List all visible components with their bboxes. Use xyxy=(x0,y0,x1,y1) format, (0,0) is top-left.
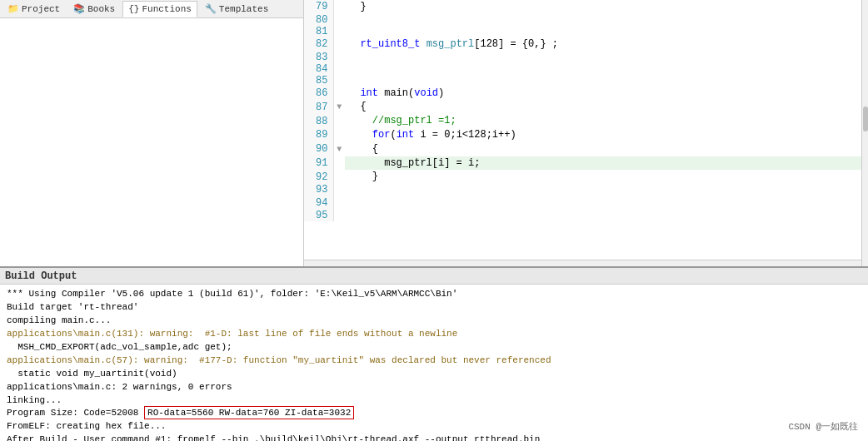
code-line-content xyxy=(345,63,861,75)
tab-functions[interactable]: {} Functions xyxy=(122,1,197,17)
line-number: 92 xyxy=(304,170,333,184)
tab-functions-label: Functions xyxy=(142,4,191,14)
tab-project[interactable]: 📁 Project xyxy=(2,1,66,17)
code-line-content: //msg_ptrl =1; xyxy=(345,114,861,128)
code-line-content xyxy=(345,184,861,196)
build-output-content[interactable]: *** Using Compiler 'V5.06 update 1 (buil… xyxy=(0,285,868,441)
fold-gutter xyxy=(333,87,345,101)
templates-icon: 🔧 xyxy=(205,3,217,14)
build-output: Build Output *** Using Compiler 'V5.06 u… xyxy=(0,266,868,441)
line-number: 90 xyxy=(304,142,333,156)
code-line-content xyxy=(345,52,861,63)
main-area: 📁 Project 📚 Books {} Functions 🔧 Templat… xyxy=(0,0,868,266)
fold-gutter xyxy=(333,196,345,210)
fold-gutter xyxy=(333,128,345,142)
functions-icon: {} xyxy=(128,4,139,14)
tab-templates[interactable]: 🔧 Templates xyxy=(199,1,274,17)
build-line: Build target 'rt-thread' xyxy=(7,301,861,315)
fold-gutter xyxy=(333,63,345,75)
build-output-header: Build Output xyxy=(0,268,868,285)
csdn-branding: CSDN @一如既往 xyxy=(785,419,861,434)
build-line: *** Using Compiler 'V5.06 update 1 (buil… xyxy=(7,288,861,301)
code-line-content: } xyxy=(345,170,861,184)
line-number: 79 xyxy=(304,0,333,14)
code-editor: 79 }808182 rt_uint8_t msg_ptrl[128] = {0… xyxy=(304,0,861,266)
project-icon: 📁 xyxy=(7,3,19,14)
program-size-highlight: RO-data=5560 RW-data=760 ZI-data=3032 xyxy=(144,406,354,419)
tab-books[interactable]: 📚 Books xyxy=(67,1,121,17)
line-number: 84 xyxy=(304,63,333,75)
build-line: After Build - User command #1: fromelf -… xyxy=(7,434,861,441)
code-line-content xyxy=(345,14,861,26)
build-line: static void my_uartinit(void) xyxy=(7,368,861,381)
tab-books-label: Books xyxy=(87,4,115,14)
build-line: linking... xyxy=(7,394,861,408)
code-scroll[interactable]: 79 }808182 rt_uint8_t msg_ptrl[128] = {0… xyxy=(304,0,861,260)
line-number: 86 xyxy=(304,87,333,101)
build-line: applications\main.c(57): warning: #177-D… xyxy=(7,354,861,368)
fold-gutter xyxy=(333,184,345,196)
code-line-content: rt_uint8_t msg_ptrl[128] = {0,} ; xyxy=(345,37,861,52)
fold-gutter xyxy=(333,0,345,14)
code-line-content: { xyxy=(345,100,861,114)
tab-project-label: Project xyxy=(22,4,60,14)
line-number: 91 xyxy=(304,156,333,171)
build-line: applications\main.c: 2 warnings, 0 error… xyxy=(7,381,861,394)
fold-gutter xyxy=(333,14,345,26)
code-table: 79 }808182 rt_uint8_t msg_ptrl[128] = {0… xyxy=(304,0,861,221)
line-number: 82 xyxy=(304,37,333,52)
sidebar-tabs: 📁 Project 📚 Books {} Functions 🔧 Templat… xyxy=(0,0,303,18)
code-line-content xyxy=(345,210,861,221)
fold-gutter xyxy=(333,26,345,37)
build-line: applications\main.c(131): warning: #1-D:… xyxy=(7,328,861,341)
line-number: 81 xyxy=(304,26,333,37)
line-number: 83 xyxy=(304,52,333,63)
code-line-content: msg_ptrl[i] = i; xyxy=(345,156,861,171)
sidebar-content[interactable] xyxy=(0,18,303,266)
line-number: 93 xyxy=(304,184,333,196)
line-number: 89 xyxy=(304,128,333,142)
horizontal-scrollbar[interactable] xyxy=(304,260,861,266)
fold-gutter xyxy=(333,75,345,87)
build-line: compiling main.c... xyxy=(7,315,861,328)
line-number: 87 xyxy=(304,100,333,114)
sidebar: 📁 Project 📚 Books {} Functions 🔧 Templat… xyxy=(0,0,304,266)
code-line-content: } xyxy=(345,0,861,14)
build-line: MSH_CMD_EXPORT(adc_vol_sample,adc get); xyxy=(7,341,861,354)
fold-gutter[interactable]: ▼ xyxy=(333,142,345,156)
build-line: Program Size: Code=52008 RO-data=5560 RW… xyxy=(7,407,861,420)
fold-gutter[interactable]: ▼ xyxy=(333,100,345,114)
fold-gutter xyxy=(333,156,345,171)
code-line-content xyxy=(345,26,861,37)
line-number: 94 xyxy=(304,196,333,210)
scroll-thumb xyxy=(863,107,868,131)
line-number: 95 xyxy=(304,210,333,221)
fold-gutter xyxy=(333,114,345,128)
code-line-content: { xyxy=(345,142,861,156)
line-number: 80 xyxy=(304,14,333,26)
tab-templates-label: Templates xyxy=(219,4,268,14)
fold-gutter xyxy=(333,37,345,52)
build-output-title: Build Output xyxy=(5,270,77,282)
code-line-content xyxy=(345,75,861,87)
code-line-content: for(int i = 0;i<128;i++) xyxy=(345,128,861,142)
vertical-scrollbar[interactable] xyxy=(861,0,868,266)
fold-gutter xyxy=(333,170,345,184)
fold-gutter xyxy=(333,52,345,63)
code-line-content xyxy=(345,196,861,210)
line-number: 85 xyxy=(304,75,333,87)
code-line-content: int main(void) xyxy=(345,87,861,101)
build-line: FromELF: creating hex file... xyxy=(7,420,861,434)
books-icon: 📚 xyxy=(73,3,85,14)
fold-gutter xyxy=(333,210,345,221)
line-number: 88 xyxy=(304,114,333,128)
